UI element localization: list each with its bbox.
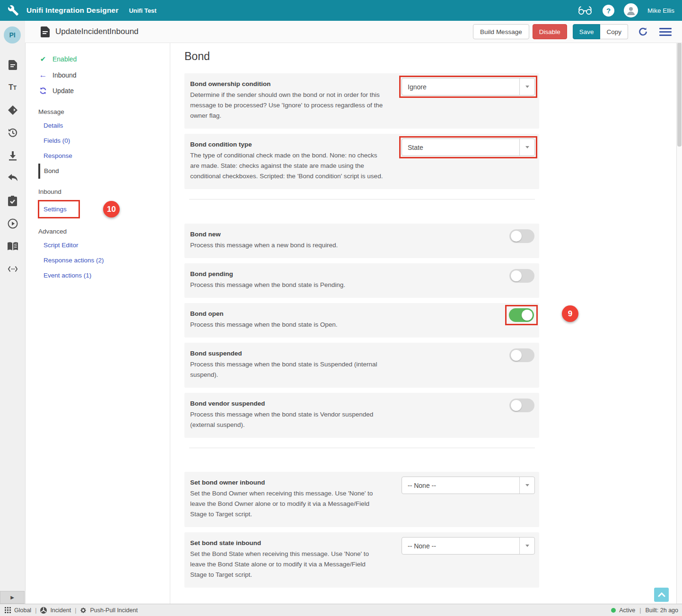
inbound-label: Inbound <box>52 71 77 79</box>
bond-ownership-select[interactable]: Ignore <box>402 78 535 95</box>
highlight-box-bond-condition-type: State <box>399 136 537 158</box>
scrollbar[interactable] <box>676 43 682 604</box>
page-title: UpdateIncidentInbound <box>55 27 139 36</box>
setting-bond-open: Bond open Process this message when the … <box>184 303 539 338</box>
help-icon[interactable]: ? <box>603 5 614 17</box>
run-icon[interactable] <box>8 218 18 229</box>
setting-set-bond-state-inbound: Set bond state inbound Set the Bond Stat… <box>184 532 539 588</box>
documentation-book-icon[interactable] <box>8 241 18 252</box>
scroll-to-top-button[interactable] <box>654 588 669 602</box>
build-message-button[interactable]: Build Message <box>473 24 529 39</box>
sidebar-item-inbound[interactable]: ← Inbound <box>25 68 170 83</box>
setting-bond-condition-type: Bond condition type The type of conditio… <box>184 134 539 189</box>
setting-description: The type of conditional check made on th… <box>190 150 383 182</box>
workspace-avatar[interactable]: PI <box>4 26 21 43</box>
sidebar-item-script-editor[interactable]: Script Editor <box>25 238 170 253</box>
table-label: Incident <box>50 607 71 614</box>
document-header: UpdateIncidentInbound Build Message Disa… <box>25 21 682 43</box>
setting-description: Determine if the sender should own the b… <box>190 90 383 121</box>
history-icon[interactable] <box>8 128 18 138</box>
setting-label: Bond suspended <box>190 350 532 357</box>
highlight-box-settings: Settings <box>38 200 80 218</box>
incident-icon <box>40 607 47 614</box>
arrow-left-icon: ← <box>39 72 47 78</box>
sidebar-item-settings[interactable]: Settings <box>44 206 67 213</box>
scope-label: Global <box>14 607 31 614</box>
highlight-box-bond-open <box>505 305 538 325</box>
chevron-down-icon[interactable] <box>519 78 534 95</box>
sidebar-item-event-actions[interactable]: Event actions (1) <box>25 268 170 283</box>
setting-description: Process this message when the bond state… <box>190 359 383 380</box>
sidebar-nav: ✔ Enabled ← Inbound Update Message Detai… <box>25 43 170 604</box>
annotation-badge-9: 9 <box>562 305 578 322</box>
sidebar-item-response[interactable]: Response <box>25 148 170 164</box>
fields-text-icon[interactable]: TT <box>8 82 18 93</box>
sidebar-item-enabled[interactable]: ✔ Enabled <box>25 51 170 68</box>
setting-bond-ownership-condition: Bond ownership condition Determine if th… <box>184 73 539 129</box>
select-value: -- None -- <box>402 477 519 494</box>
bond-pending-toggle[interactable] <box>509 269 534 283</box>
sidebar-item-fields[interactable]: Fields (0) <box>25 133 170 148</box>
bond-condition-type-select[interactable]: State <box>402 139 535 156</box>
bond-open-toggle[interactable] <box>509 308 534 322</box>
bond-new-toggle[interactable] <box>509 229 534 243</box>
bond-vendor-suspended-toggle[interactable] <box>509 399 534 412</box>
table-item[interactable]: Incident <box>40 607 71 614</box>
avatar[interactable] <box>624 3 638 17</box>
setting-bond-suspended: Bond suspended Process this message when… <box>184 343 539 388</box>
sidebar-item-update[interactable]: Update <box>25 83 170 99</box>
send-icon[interactable] <box>8 105 18 115</box>
enabled-label: Enabled <box>52 55 77 63</box>
bond-suspended-toggle[interactable] <box>509 348 534 362</box>
annotation-badge-10: 10 <box>103 201 120 217</box>
setting-set-bond-owner-inbound: Set bond owner inbound Set the Bond Owne… <box>184 472 539 527</box>
select-value: State <box>402 139 519 156</box>
icon-rail: TT <box>0 21 26 604</box>
setting-description: Set the Bond Owner when receiving this m… <box>190 488 383 520</box>
chevron-down-icon[interactable] <box>519 139 534 156</box>
setting-label: Bond new <box>190 231 532 238</box>
setting-label: Bond pending <box>190 270 532 278</box>
chevron-down-icon[interactable] <box>519 477 534 494</box>
save-button[interactable]: Save <box>573 24 601 39</box>
workspace-name: Unifi Test <box>129 7 157 14</box>
code-icon[interactable] <box>8 264 18 274</box>
highlight-box-bond-ownership: Ignore <box>399 76 537 98</box>
reply-icon[interactable] <box>8 173 18 183</box>
app-title: Unifi Integration Designer <box>26 6 119 15</box>
section-title-advanced: Advanced <box>25 218 170 238</box>
disable-button[interactable]: Disable <box>533 24 567 39</box>
setting-description: Set the Bond State when receiving this m… <box>190 549 383 580</box>
scope-item[interactable]: Global <box>5 607 31 614</box>
message-document-icon[interactable] <box>8 60 18 70</box>
divider <box>189 448 535 448</box>
copy-button[interactable]: Copy <box>600 24 628 39</box>
setting-bond-vendor-suspended: Bond vendor suspended Process this messa… <box>184 393 539 438</box>
select-value: -- None -- <box>402 538 519 554</box>
setting-description: Process this message when the bond state… <box>190 409 383 430</box>
sidebar-item-response-actions[interactable]: Response actions (2) <box>25 253 170 268</box>
set-bond-state-select[interactable]: -- None -- <box>402 537 535 555</box>
section-title-inbound: Inbound <box>25 179 170 198</box>
active-status-label: Active <box>619 607 635 614</box>
status-bar: Global | Incident | Push-Pull Incident A… <box>0 604 682 616</box>
set-bond-owner-select[interactable]: -- None -- <box>402 477 535 494</box>
wrench-icon[interactable] <box>0 5 26 16</box>
refresh-icon[interactable] <box>638 26 649 37</box>
expand-rail-handle[interactable]: ▶ <box>0 591 25 604</box>
setting-description: Process this message when the bond state… <box>190 280 383 290</box>
setting-description: Process this message when a new bond is … <box>190 240 383 251</box>
grid-icon <box>5 607 11 613</box>
integration-item[interactable]: Push-Pull Incident <box>80 607 138 614</box>
integration-label: Push-Pull Incident <box>90 607 138 614</box>
menu-icon[interactable] <box>659 28 672 36</box>
sidebar-item-bond[interactable]: Bond <box>38 164 170 179</box>
spectacles-icon[interactable] <box>577 5 593 16</box>
setting-bond-new: Bond new Process this message when a new… <box>184 224 539 258</box>
download-icon[interactable] <box>8 150 18 161</box>
top-app-bar: Unifi Integration Designer Unifi Test ? … <box>0 0 682 21</box>
built-timestamp: Built: 2h ago <box>646 607 679 614</box>
tasks-icon[interactable] <box>8 196 18 206</box>
sidebar-item-details[interactable]: Details <box>25 118 170 133</box>
chevron-down-icon[interactable] <box>519 538 534 554</box>
